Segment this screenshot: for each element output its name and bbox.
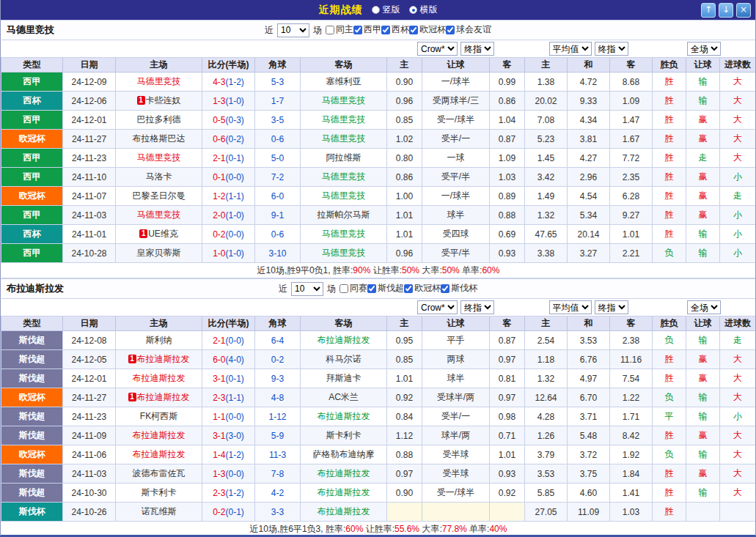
- home-team-link[interactable]: 马洛卡: [146, 171, 172, 182]
- filter-option[interactable]: 欧冠杯: [404, 282, 441, 295]
- filter-checkbox[interactable]: [353, 26, 362, 34]
- eu-draw-odds: 4.54: [568, 187, 610, 206]
- away-team-link[interactable]: 马德里竞技: [322, 133, 366, 144]
- euro-odds-time-select[interactable]: 终指: [595, 42, 628, 56]
- filter-checkbox[interactable]: [326, 26, 334, 34]
- filter-checkbox[interactable]: [446, 26, 455, 34]
- eu-away-odds: 1.22: [610, 388, 653, 407]
- halftime-score: (0-1): [226, 507, 244, 517]
- away-team-link[interactable]: 布拉迪斯拉发: [318, 506, 370, 516]
- home-team-link[interactable]: 布拉迪斯拉发: [133, 373, 186, 383]
- corners: 0-6: [255, 225, 301, 244]
- away-team-link[interactable]: 马德里竞技: [322, 248, 366, 258]
- result-handicap: 输: [686, 73, 720, 92]
- asian-odds-company-select[interactable]: Crow*: [417, 300, 458, 314]
- layout-vertical-label: 竖版: [383, 4, 400, 16]
- home-team-link[interactable]: 布拉迪斯拉发: [137, 392, 190, 402]
- asian-odds-company-select[interactable]: Crow*: [417, 42, 458, 56]
- radio-icon[interactable]: [409, 6, 417, 14]
- away-team-link[interactable]: 拜斯迪卡: [326, 373, 362, 383]
- home-team-link[interactable]: 马德里竞技: [137, 76, 181, 86]
- away-team-link[interactable]: 拉斯帕尔马斯: [318, 210, 370, 220]
- away-team-link[interactable]: 塞维利亚: [326, 76, 362, 86]
- filter-option[interactable]: 球会友谊: [446, 23, 491, 36]
- home-team-link[interactable]: 布拉迪斯拉发: [133, 449, 186, 459]
- match-count-select[interactable]: 10: [291, 282, 323, 296]
- match-row: 斯伐超24-12-051布拉迪斯拉发6-0(4-0)0-2科马尔诺0.85两球0…: [1, 350, 756, 369]
- asian-odds-time-select[interactable]: 终指: [460, 42, 494, 56]
- ah-away-odds: 0.97: [490, 350, 525, 369]
- away-team-link[interactable]: 萨格勒布迪纳摩: [313, 449, 375, 459]
- close-button[interactable]: ×: [736, 3, 751, 18]
- away-team-link[interactable]: 布拉迪斯拉发: [318, 487, 370, 497]
- move-down-button[interactable]: ↓: [719, 3, 733, 18]
- filter-option[interactable]: 同赛: [340, 282, 367, 295]
- summary-row: 近10场,胜6平1负3, 胜率:60% 让胜率:55.6% 大率:77.8% 单…: [1, 522, 756, 537]
- home-team-link[interactable]: 皇家贝蒂斯: [137, 248, 181, 258]
- home-team-link[interactable]: 巴拉多利德: [137, 114, 181, 125]
- home-team-link[interactable]: 马德里竞技: [137, 152, 181, 163]
- away-team-link[interactable]: AC米兰: [329, 392, 359, 402]
- fulltime-score: 6-0: [213, 355, 225, 365]
- away-team-link[interactable]: 科马尔诺: [326, 354, 362, 364]
- result-goals: 大: [720, 484, 756, 503]
- fulltime-score: 0-2: [213, 229, 225, 240]
- euro-odds-source-select[interactable]: 平均值: [549, 300, 592, 314]
- ah-line: 受球半/两: [422, 388, 490, 407]
- filter-option[interactable]: 同主: [326, 23, 353, 36]
- away-team-cell: 拉斯帕尔马斯: [301, 206, 387, 225]
- away-team-link[interactable]: 马德里竞技: [322, 229, 366, 239]
- home-team-link[interactable]: 巴黎圣日尔曼: [133, 190, 186, 201]
- filter-checkbox[interactable]: [441, 284, 449, 293]
- layout-vertical-radio[interactable]: 竖版: [372, 4, 400, 16]
- eu-draw-odds: 5.34: [568, 206, 610, 225]
- result-spf: 胜: [653, 484, 686, 503]
- filter-option[interactable]: 欧冠杯: [409, 23, 446, 36]
- away-team-link[interactable]: 马德里竞技: [322, 114, 366, 125]
- home-team-link[interactable]: 布拉迪斯拉发: [133, 430, 186, 440]
- move-up-button[interactable]: ↑: [701, 3, 716, 18]
- filter-checkbox[interactable]: [340, 284, 348, 293]
- filter-option[interactable]: 西甲: [353, 23, 381, 36]
- filter-checkbox[interactable]: [381, 26, 390, 34]
- match-date: 24-12-09: [63, 73, 116, 92]
- home-team-link[interactable]: 斯卡利卡: [142, 487, 177, 497]
- home-team-link[interactable]: 布拉格斯巴达: [133, 133, 186, 144]
- away-team-link[interactable]: 马德里竞技: [322, 95, 366, 105]
- match-count-select[interactable]: 10: [277, 23, 309, 37]
- filter-checkbox[interactable]: [367, 284, 376, 293]
- scope-select[interactable]: 全场: [687, 300, 721, 314]
- away-team-link[interactable]: 布拉迪斯拉发: [318, 411, 370, 421]
- euro-odds-source-select[interactable]: 平均值: [549, 42, 592, 56]
- away-team-link[interactable]: 阿拉维斯: [326, 152, 362, 163]
- asian-odds-time-select[interactable]: 终指: [460, 300, 494, 314]
- filter-checkbox[interactable]: [404, 284, 413, 293]
- home-team-link[interactable]: UE维克: [148, 229, 178, 239]
- away-team-link[interactable]: 布拉迪斯拉发: [318, 335, 370, 345]
- home-team-link[interactable]: 波德布雷佐瓦: [133, 468, 186, 478]
- filter-option[interactable]: 斯伐杯: [441, 282, 477, 295]
- eu-away-odds: 1.47: [610, 111, 653, 130]
- home-team-link[interactable]: 卡些连奴: [146, 95, 181, 105]
- away-team-link[interactable]: 马德里竞技: [322, 190, 366, 201]
- filter-checkbox[interactable]: [409, 26, 418, 34]
- home-team-link[interactable]: 布拉迪斯拉发: [137, 354, 190, 364]
- layout-horizontal-radio[interactable]: 横版: [409, 4, 438, 16]
- home-team-link[interactable]: 马德里竞技: [137, 210, 181, 220]
- euro-odds-time-select[interactable]: 终指: [595, 300, 628, 314]
- away-team-link[interactable]: 马德里竞技: [322, 171, 366, 182]
- filter-option[interactable]: 斯伐超: [367, 282, 404, 295]
- radio-icon[interactable]: [372, 6, 380, 14]
- home-team-link[interactable]: 斯利纳: [146, 335, 172, 345]
- result-spf: 胜: [653, 206, 686, 225]
- home-team-link[interactable]: FK柯西斯: [140, 411, 177, 421]
- filter-option[interactable]: 西杯: [381, 23, 409, 36]
- away-team-link[interactable]: 斯卡利卡: [326, 430, 362, 440]
- red-card-badge: 1: [128, 355, 136, 363]
- euro-odds-selects: 平均值终指: [525, 299, 653, 316]
- home-team-link[interactable]: 诺瓦维斯: [142, 506, 177, 516]
- away-team-link[interactable]: 布拉迪斯拉发: [318, 468, 370, 478]
- scope-select[interactable]: 全场: [687, 42, 721, 56]
- corners: 7-2: [255, 168, 301, 187]
- summary-segment: 77.8%: [442, 524, 467, 534]
